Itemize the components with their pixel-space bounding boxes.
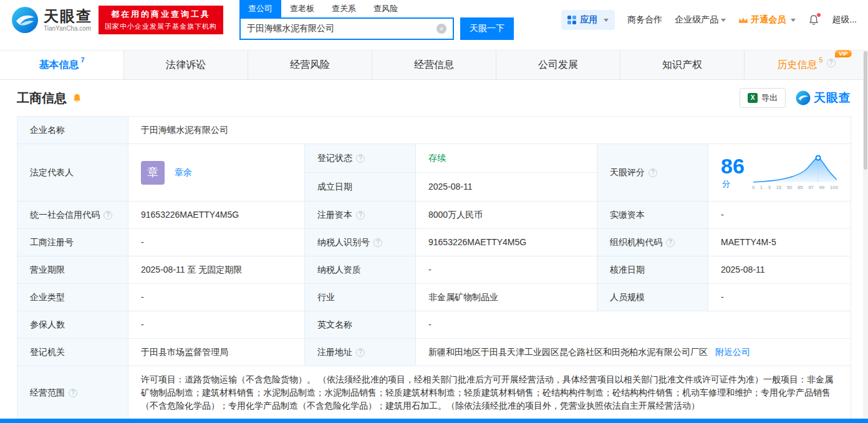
help-icon[interactable] xyxy=(356,154,365,163)
taxpayer-quality-value: - xyxy=(416,256,597,284)
nav-business-cooperation[interactable]: 商务合作 xyxy=(627,14,662,26)
help-icon[interactable] xyxy=(374,238,382,247)
tab-history-info-label: 历史信息 xyxy=(777,59,817,72)
help-icon[interactable] xyxy=(827,59,836,67)
slogan-line1: 都在用的商业查询工具 xyxy=(105,9,217,20)
membership-label: 开通会员 xyxy=(751,14,786,26)
registry-value: 于田县市场监督管理局 xyxy=(128,339,305,366)
nav-enterprise-label: 企业级产品 xyxy=(675,14,718,26)
brand-slogan-banner: 都在用的商业查询工具 国家中小企业发展子基金旗下机构 xyxy=(99,6,223,34)
address-cell: 新疆和田地区于田县天津工业园区昆仑路社区和田尧柏水泥有限公司厂区 附近公司 xyxy=(416,339,851,366)
tab-history-info[interactable]: VIP 历史信息 5 xyxy=(744,51,868,79)
apps-menu-label: 应用 xyxy=(580,14,597,26)
business-info-table: 企业名称 于田海螺水泥有限公司 法定代表人 章 章余 登记状态 存续 天眼评分 xyxy=(17,116,851,420)
score-cell: 86分 xyxy=(708,144,851,202)
search-tab-risk[interactable]: 查风险 xyxy=(365,0,407,17)
nearby-companies-link[interactable]: 附近公司 xyxy=(715,347,750,357)
open-membership-button[interactable]: 开通会员 xyxy=(738,14,796,26)
taxpayer-id-label: 纳税人识别号 xyxy=(305,229,416,256)
subscribe-bell-icon[interactable] xyxy=(72,93,82,104)
company-name-value: 于田海螺水泥有限公司 xyxy=(128,117,851,144)
insured-value: - xyxy=(128,311,305,339)
tab-operation-info[interactable]: 经营信息 xyxy=(372,51,496,79)
industry-value: 非金属矿物制品业 xyxy=(416,284,597,311)
approval-date-value: 2025-08-11 xyxy=(708,256,851,284)
score-chart[interactable]: 0131550859799100 xyxy=(752,153,838,192)
notification-dot xyxy=(817,13,821,17)
export-button[interactable]: 导出 xyxy=(740,88,786,108)
english-name-label: 英文名称 xyxy=(305,311,416,339)
tab-operation-risk[interactable]: 经营风险 xyxy=(248,51,372,79)
top-header: 天眼查 TianYanCha.com 都在用的商业查询工具 国家中小企业发展子基… xyxy=(0,0,868,40)
insured-label: 参保人数 xyxy=(17,311,128,339)
legal-rep-label: 法定代表人 xyxy=(17,144,128,202)
legal-rep-name-link[interactable]: 章余 xyxy=(175,167,192,177)
english-name-value: - xyxy=(416,311,851,339)
search-box xyxy=(239,17,454,40)
tab-basic-info[interactable]: 基本信息 7 xyxy=(0,51,123,79)
legal-rep-avatar[interactable]: 章 xyxy=(141,161,165,185)
apps-menu[interactable]: 应用 xyxy=(561,10,615,30)
tab-company-development-label: 公司发展 xyxy=(538,59,578,72)
company-type-value: - xyxy=(128,284,305,311)
clear-search-icon[interactable] xyxy=(436,24,446,34)
staff-size-label: 人员规模 xyxy=(597,284,708,311)
reg-status-value: 存续 xyxy=(416,144,597,173)
score-unit: 分 xyxy=(722,179,730,188)
score-value: 86 xyxy=(721,154,745,178)
search-input[interactable] xyxy=(247,24,436,34)
search-button[interactable]: 天眼一下 xyxy=(460,17,514,40)
scrollbar[interactable] xyxy=(863,50,868,423)
export-label: 导出 xyxy=(761,92,778,104)
slogan-line2: 国家中小企业发展子基金旗下机构 xyxy=(105,22,217,31)
tab-intellectual-property-label: 知识产权 xyxy=(662,59,702,72)
section-title: 工商信息 xyxy=(17,90,67,107)
search-tab-company[interactable]: 查公司 xyxy=(239,0,281,17)
tab-history-info-badge: 5 xyxy=(819,56,822,64)
reg-capital-label: 注册资本 xyxy=(305,202,416,229)
tab-intellectual-property[interactable]: 知识产权 xyxy=(620,51,744,79)
registry-label: 登记机关 xyxy=(17,339,128,366)
notifications-bell[interactable] xyxy=(808,14,819,26)
chevron-down-icon xyxy=(721,19,726,22)
help-icon[interactable] xyxy=(649,168,657,177)
reg-number-value: - xyxy=(128,229,305,256)
business-info-section: 工商信息 导出 天眼查 xyxy=(0,80,868,420)
nav-enterprise-products[interactable]: 企业级产品 xyxy=(675,14,726,26)
help-icon[interactable] xyxy=(356,211,365,220)
business-term-value: 2025-08-11 至 无固定期限 xyxy=(128,256,305,284)
search-tabs: 查公司 查老板 查关系 查风险 xyxy=(239,0,514,17)
tab-basic-info-label: 基本信息 xyxy=(39,59,79,72)
established-value: 2025-08-11 xyxy=(416,173,597,202)
tab-basic-info-badge: 7 xyxy=(80,56,84,64)
help-icon[interactable] xyxy=(69,389,77,397)
tab-legal-litigation-label: 法律诉讼 xyxy=(166,59,206,72)
credit-code-label: 统一社会信用代码 xyxy=(17,202,128,229)
business-term-label: 营业期限 xyxy=(17,256,128,284)
table-row: 营业期限 2025-08-11 至 无固定期限 纳税人资质 - 核准日期 202… xyxy=(17,256,851,284)
chevron-down-icon xyxy=(791,19,796,22)
credit-code-value: 91653226MAETTY4M5G xyxy=(128,202,305,229)
table-row: 工商注册号 - 纳税人识别号 91653226MAETTY4M5G 组织机构代码… xyxy=(17,229,851,256)
header-right-nav: 应用 商务合作 企业级产品 开通会员 超级... xyxy=(561,10,857,30)
table-row: 统一社会信用代码 91653226MAETTY4M5G 注册资本 8000万人民… xyxy=(17,202,851,229)
table-row: 经营范围 许可项目：道路货物运输（不含危险货物）。 （依法须经批准的项目，经相关… xyxy=(17,366,851,420)
nav-super-vip[interactable]: 超级... xyxy=(832,14,857,26)
tab-company-development[interactable]: 公司发展 xyxy=(496,51,620,79)
legal-rep-cell: 章 章余 xyxy=(128,144,305,202)
search-tab-relation[interactable]: 查关系 xyxy=(323,0,365,17)
company-type-label: 企业类型 xyxy=(17,284,128,311)
vip-badge: VIP xyxy=(835,50,852,57)
search-tab-boss[interactable]: 查老板 xyxy=(281,0,323,17)
tab-operation-risk-label: 经营风险 xyxy=(290,59,330,72)
tianyancha-watermark: 天眼查 xyxy=(796,90,851,106)
reg-number-label: 工商注册号 xyxy=(17,229,128,256)
help-icon[interactable] xyxy=(104,211,112,220)
help-icon[interactable] xyxy=(666,238,675,247)
tianyancha-logo[interactable]: 天眼查 TianYanCha.com xyxy=(11,6,92,34)
tab-operation-info-label: 经营信息 xyxy=(414,59,454,72)
scrollbar-thumb[interactable] xyxy=(864,51,867,170)
search-area: 查公司 查老板 查关系 查风险 天眼一下 xyxy=(239,0,514,40)
help-icon[interactable] xyxy=(356,348,365,357)
tab-legal-litigation[interactable]: 法律诉讼 xyxy=(123,51,248,79)
